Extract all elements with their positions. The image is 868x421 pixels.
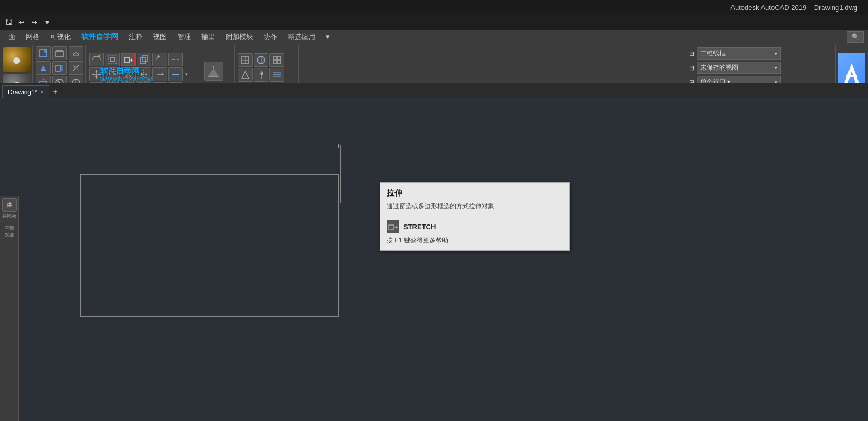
svg-rect-6 xyxy=(56,51,63,56)
modify-dropdown-icon[interactable]: ▾ xyxy=(184,71,189,78)
tab-close-icon[interactable]: × xyxy=(40,89,43,95)
tooltip-description: 通过窗选或多边形框选的方式拉伸对象 xyxy=(387,201,563,211)
svg-rect-9 xyxy=(60,65,63,71)
svg-marker-2 xyxy=(41,65,46,71)
join-button[interactable] xyxy=(168,67,183,81)
menu-featured[interactable]: 精选应用 xyxy=(284,31,320,43)
svg-rect-38 xyxy=(140,58,146,63)
drawing1-tab[interactable]: Drawing1* × xyxy=(2,85,49,98)
sphere-tool-button[interactable]: ● xyxy=(3,47,31,72)
tool-c1[interactable] xyxy=(69,46,83,60)
view-tool-8[interactable] xyxy=(269,68,284,82)
vertical-guide-line xyxy=(340,145,341,203)
menu-manage[interactable]: 管理 xyxy=(173,31,195,43)
svg-rect-1 xyxy=(44,50,47,53)
drawing1-tab-label: Drawing1* xyxy=(8,89,37,96)
svg-marker-47 xyxy=(162,73,164,76)
menu-output[interactable]: 输出 xyxy=(197,31,219,43)
undo-button[interactable]: ↩ xyxy=(16,16,27,28)
view-tool-7[interactable] xyxy=(269,53,284,67)
2d-wireframe-prefix-icon: ⊟ xyxy=(689,50,695,57)
svg-marker-87 xyxy=(396,226,398,229)
menu-annotation[interactable]: 注释 xyxy=(124,31,147,43)
view-select-row: ⊟ 二维线框 ▾ xyxy=(689,47,832,60)
saved-view-label: 未保存的视图 xyxy=(700,63,738,72)
extend-button[interactable] xyxy=(152,67,167,81)
dropdown-arrow-icon[interactable]: ▾ xyxy=(41,16,53,28)
app-title: Autodesk AutoCAD 2019 xyxy=(730,4,806,12)
svg-rect-32 xyxy=(124,58,130,62)
rotate-button[interactable] xyxy=(152,53,167,66)
add-tab-button[interactable]: + xyxy=(49,85,62,98)
sidebar-drag-label[interactable]: 并拖动 xyxy=(2,213,16,220)
tooltip-title: 拉伸 xyxy=(387,188,563,198)
search-box[interactable]: 🔍 xyxy=(847,31,864,43)
tooltip-command-name: STRETCH xyxy=(403,223,436,231)
tooltip-help-text: 按 F1 键获得更多帮助 xyxy=(387,236,563,245)
canvas-handle[interactable] xyxy=(338,144,342,148)
extract-edge-button[interactable] xyxy=(36,46,51,60)
quick-access-toolbar: 🖫 ↩ ↪ ▾ xyxy=(0,15,868,30)
tool-b2[interactable] xyxy=(52,61,67,75)
svg-marker-83 xyxy=(844,63,860,84)
svg-rect-74 xyxy=(273,61,276,64)
section-plane-button[interactable] xyxy=(204,62,223,81)
tooltip-command-row: STRETCH xyxy=(387,220,563,233)
redo-button[interactable]: ↪ xyxy=(28,16,40,28)
view-mode-select[interactable]: 二维线框 ▾ xyxy=(697,47,781,60)
svg-rect-84 xyxy=(846,75,857,77)
tooltip-popup: 拉伸 通过窗选或多边形框选的方式拉伸对象 STRETCH 按 F1 键获得更多帮… xyxy=(380,182,570,251)
svg-rect-8 xyxy=(56,66,60,71)
watermark-url: WWW.RJZXW.COM xyxy=(100,76,153,83)
menu-mian[interactable]: 面 xyxy=(4,31,20,43)
copy-button[interactable] xyxy=(137,53,151,66)
menu-watermark-link[interactable]: 软件自学网 xyxy=(77,31,122,43)
view-tool-4[interactable] xyxy=(254,53,268,67)
drawing-area[interactable]: 体 并拖动 平滑对象 拉伸 通过窗选或多边形框选的方式拉伸对象 STRETCH … xyxy=(0,98,868,421)
menu-collaborate[interactable]: 协作 xyxy=(259,31,282,43)
rotate3d-button[interactable] xyxy=(89,53,104,66)
view-tool-2[interactable] xyxy=(238,68,253,82)
menu-bar: 面 网格 可视化 软件自学网 注释 视图 管理 输出 附加模块 协作 精选应用 … xyxy=(0,30,868,44)
svg-rect-75 xyxy=(277,61,281,64)
sidebar-smooth-label[interactable]: 平滑对象 xyxy=(5,225,14,239)
file-name: Drawing1.dwg xyxy=(814,4,857,12)
menu-view[interactable]: 视图 xyxy=(149,31,171,43)
break-button[interactable] xyxy=(168,53,183,66)
menu-grid[interactable]: 网格 xyxy=(22,31,44,43)
stretch-button[interactable] xyxy=(121,53,136,66)
tool-c2[interactable] xyxy=(69,61,83,75)
svg-rect-27 xyxy=(108,55,117,64)
view-mode-dropdown-icon: ▾ xyxy=(775,51,777,56)
new-file-icon[interactable]: 🖫 xyxy=(3,16,15,28)
menu-visualize[interactable]: 可视化 xyxy=(46,31,75,43)
view-tool-1[interactable] xyxy=(238,53,253,67)
saved-view-select[interactable]: 未保存的视图 ▾ xyxy=(697,62,781,74)
svg-marker-22 xyxy=(92,73,94,75)
left-sidebar: 体 并拖动 平滑对象 xyxy=(0,196,19,421)
saved-view-prefix-icon: ⊟ xyxy=(689,64,695,72)
svg-marker-20 xyxy=(95,70,98,72)
svg-rect-39 xyxy=(142,56,148,61)
scale-button[interactable] xyxy=(105,53,120,66)
menu-addons[interactable]: 附加模块 xyxy=(221,31,257,43)
svg-marker-21 xyxy=(95,76,98,79)
sidebar-body-button[interactable]: 体 xyxy=(2,198,17,212)
view-mode-label: 二维线框 xyxy=(700,49,726,58)
tab-bar: Drawing1* × + xyxy=(0,83,868,98)
stretch-command-icon xyxy=(387,220,399,233)
menu-more[interactable]: ▾ xyxy=(322,31,334,42)
title-bar: Autodesk AutoCAD 2019 Drawing1.dwg xyxy=(0,0,868,15)
watermark: 软件自学网 WWW.RJZXW.COM xyxy=(100,66,153,83)
svg-marker-56 xyxy=(208,68,219,76)
svg-marker-45 xyxy=(158,55,160,58)
svg-rect-73 xyxy=(277,56,281,60)
modify-dropdown-col: ▾ xyxy=(184,71,189,78)
saved-view-dropdown-icon: ▾ xyxy=(775,65,777,71)
tool-b1[interactable] xyxy=(52,46,67,60)
svg-rect-26 xyxy=(110,57,114,62)
svg-marker-62 xyxy=(242,71,249,79)
stretch-face-button[interactable] xyxy=(36,61,51,75)
view-tool-5[interactable] xyxy=(254,68,268,82)
svg-rect-85 xyxy=(389,225,394,229)
